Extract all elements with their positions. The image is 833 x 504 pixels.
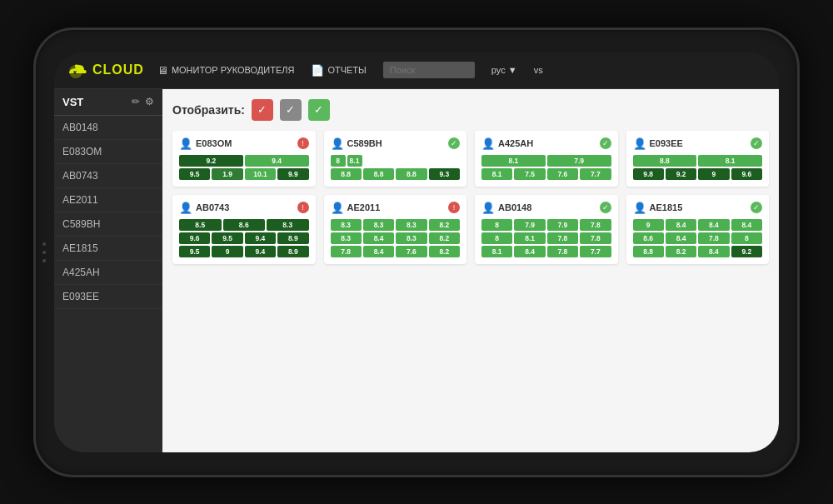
card-a425ah-title: А425АН — [498, 138, 533, 148]
card-e093ee-values: 8.8 8.1 9.8 9.2 9 9.6 — [633, 155, 763, 180]
card-ae2011-status: ! — [448, 202, 460, 213]
card-e083om-status: ! — [297, 137, 309, 149]
nav-links: 🖥 МОНИТОР РУКОВОДИТЕЛЯ 📄 ОТЧЕТЫ рус ▼ vs — [157, 62, 769, 78]
card-ab0743-status: ! — [297, 202, 309, 213]
card-e083om-header: 👤 Е083ОМ ! — [179, 137, 309, 150]
card-e083om: 👤 Е083ОМ ! 9.2 9.4 9.5 — [172, 131, 316, 187]
cards-grid: 👤 Е083ОМ ! 9.2 9.4 9.5 — [172, 131, 769, 264]
nav-reports[interactable]: 📄 ОТЧЕТЫ — [311, 64, 366, 77]
monitor-icon: 🖥 — [157, 64, 168, 77]
settings-icon[interactable]: ⚙ — [145, 96, 154, 107]
nav-monitor[interactable]: 🖥 МОНИТОР РУКОВОДИТЕЛЯ — [157, 64, 295, 77]
search-input[interactable] — [383, 62, 475, 78]
card-c589bh-title: С589ВН — [347, 138, 382, 148]
card-ae2011-header: 👤 АЕ2011 ! — [331, 202, 461, 214]
sidebar-header: VST ✏ ⚙ — [54, 89, 162, 116]
card-ae1815-title: АЕ1815 — [650, 202, 683, 212]
person-icon: 👤 — [481, 202, 495, 214]
card-e083om-title: Е083ОМ — [196, 138, 232, 148]
sidebar-item-e083om[interactable]: Е083ОМ — [54, 140, 162, 164]
main-content: VST ✏ ⚙ АВ0148 Е083ОМ АВ0743 АЕ2011 С589… — [54, 89, 779, 452]
card-ae1815-header: 👤 АЕ1815 ✓ — [633, 202, 763, 214]
card-ab0148-title: АВ0148 — [498, 202, 531, 212]
filter-btn-red[interactable]: ✓ — [252, 99, 273, 121]
card-c589bh-values: 8 8.1 8.8 8.8 8.8 9.3 — [331, 155, 461, 180]
card-ae2011-values: 8.3 8.3 8.3 8.2 8.3 8.4 8.3 8.2 — [331, 219, 461, 257]
card-ae1815-values: 9 8.4 8.4 8.4 8.6 8.4 7.8 8 — [633, 219, 763, 257]
card-c589bh-header: 👤 С589ВН ✓ — [331, 137, 461, 150]
sidebar-item-e093ee[interactable]: Е093ЕЕ — [54, 285, 162, 309]
card-ab0148-header: 👤 АВ0148 ✓ — [481, 202, 611, 214]
card-ab0148-values: 8 7.9 7.9 7.8 8 8.1 7.8 7.8 — [481, 219, 611, 257]
navbar: к CLOUD 🖥 МОНИТОР РУКОВОДИТЕЛЯ 📄 ОТЧЕТЫ … — [54, 52, 779, 89]
sidebar-item-ab0743[interactable]: АВ0743 — [54, 164, 162, 188]
phone-frame: к CLOUD 🖥 МОНИТОР РУКОВОДИТЕЛЯ 📄 ОТЧЕТЫ … — [33, 27, 800, 477]
card-e093ee-status: ✓ — [751, 137, 762, 149]
card-ab0148-status: ✓ — [600, 202, 611, 213]
card-c589bh: 👤 С589ВН ✓ 8 8.1 8.8 — [324, 131, 467, 187]
person-icon: 👤 — [481, 137, 495, 150]
reports-icon: 📄 — [311, 64, 324, 77]
filter-row: Отобразить: ✓ ✓ ✓ — [172, 99, 769, 121]
logo-text: CLOUD — [92, 62, 144, 77]
person-icon: 👤 — [633, 137, 646, 150]
filter-label: Отобразить: — [172, 103, 245, 117]
sidebar-item-ab0148[interactable]: АВ0148 — [54, 116, 162, 140]
phone-inner: к CLOUD 🖥 МОНИТОР РУКОВОДИТЕЛЯ 📄 ОТЧЕТЫ … — [54, 52, 779, 452]
card-a425ah: 👤 А425АН ✓ 8.1 7.9 8.1 — [475, 131, 618, 187]
card-ab0743-values: 8.5 8.6 8.3 9.6 9.5 9.4 8.9 — [179, 219, 309, 257]
card-ab0743: 👤 АВ0743 ! 8.5 8.6 8.3 — [172, 195, 316, 264]
card-e093ee-title: Е093ЕЕ — [650, 138, 683, 148]
main-panel: Отобразить: ✓ ✓ ✓ 👤 Е083ОМ ! — [162, 89, 779, 452]
card-a425ah-values: 8.1 7.9 8.1 7.5 7.6 7.7 — [481, 155, 611, 180]
sidebar-icons: ✏ ⚙ — [132, 96, 154, 107]
person-icon: 👤 — [633, 202, 646, 214]
logo-icon: к — [64, 60, 87, 80]
card-ae1815: 👤 АЕ1815 ✓ 9 8.4 8.4 8.4 — [626, 195, 770, 264]
sidebar-title: VST — [62, 96, 83, 108]
card-e093ee-header: 👤 Е093ЕЕ ✓ — [633, 137, 763, 150]
language-selector[interactable]: рус ▼ — [491, 65, 517, 75]
person-icon: 👤 — [179, 137, 192, 150]
scroll-dots — [42, 242, 46, 262]
sidebar-item-ae1815[interactable]: АЕ1815 — [54, 237, 162, 261]
filter-btn-gray[interactable]: ✓ — [280, 99, 302, 121]
sidebar-item-a425ah[interactable]: А425АН — [54, 261, 162, 285]
sidebar: VST ✏ ⚙ АВ0148 Е083ОМ АВ0743 АЕ2011 С589… — [54, 89, 162, 452]
filter-btn-green[interactable]: ✓ — [308, 99, 330, 121]
user-label: vs — [534, 65, 543, 75]
card-a425ah-header: 👤 А425АН ✓ — [481, 137, 611, 150]
logo-area: к CLOUD — [64, 60, 144, 80]
card-e083om-values: 9.2 9.4 9.5 1.9 10.1 9.9 — [179, 155, 309, 180]
card-ae2011-title: АЕ2011 — [347, 202, 381, 212]
card-ab0743-title: АВ0743 — [196, 202, 229, 212]
card-e093ee: 👤 Е093ЕЕ ✓ 8.8 8.1 9.8 — [626, 131, 770, 187]
card-a425ah-status: ✓ — [600, 137, 611, 149]
sidebar-item-c589bh[interactable]: С589ВН — [54, 212, 162, 237]
person-icon: 👤 — [331, 137, 344, 150]
edit-icon[interactable]: ✏ — [132, 96, 140, 107]
card-c589bh-status: ✓ — [448, 137, 460, 149]
person-icon: 👤 — [331, 202, 344, 214]
person-icon: 👤 — [179, 202, 192, 214]
card-ab0743-header: 👤 АВ0743 ! — [179, 202, 309, 214]
sidebar-item-ae2011[interactable]: АЕ2011 — [54, 188, 162, 212]
card-ae2011: 👤 АЕ2011 ! 8.3 8.3 8.3 8.2 — [324, 195, 467, 264]
card-ab0148: 👤 АВ0148 ✓ 8 7.9 7.9 7.8 — [475, 195, 618, 264]
card-ae1815-status: ✓ — [751, 202, 762, 213]
